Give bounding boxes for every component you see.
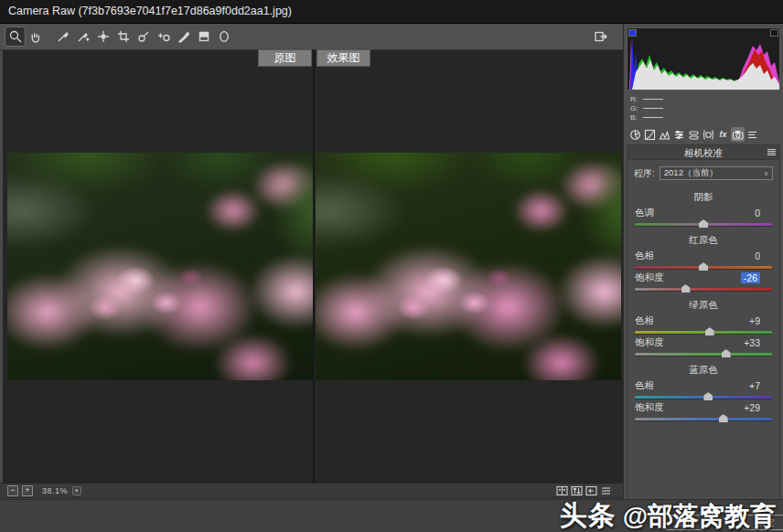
dialog-footer: 取消 确定 头条 @部落窝教育: [0, 499, 783, 532]
before-photo[interactable]: [7, 153, 313, 380]
adjustment-brush-tool-icon[interactable]: [174, 27, 193, 46]
shadow-clipping-indicator[interactable]: [628, 29, 637, 37]
slider-thumb[interactable]: [705, 327, 714, 335]
section-green-primary: 绿原色色相+9饱和度+33: [635, 299, 772, 356]
slider-thumb[interactable]: [681, 284, 691, 293]
watermark-handle: @部落窝教育: [623, 499, 776, 532]
b-value-dash: [643, 117, 663, 118]
photo-focus: [7, 153, 313, 380]
r-value-dash: [643, 99, 663, 100]
histogram-plot: [627, 28, 780, 90]
slider-green-hue: 色相+9: [635, 314, 772, 334]
tab-hsl-grayscale[interactable]: [672, 127, 686, 142]
slider-label: 饱和度: [635, 271, 664, 284]
photo-focus: [316, 153, 621, 380]
process-row: 程序: 2012（当前） ∨: [627, 160, 779, 183]
window-title: Camera Raw (7f3b7693e7041f7e17d86a9f0dd2…: [8, 5, 292, 17]
slider-thumb[interactable]: [699, 262, 708, 271]
fx-glyph: fx: [719, 130, 726, 139]
slider-blue-hue: 色相+7: [635, 379, 772, 399]
tab-presets[interactable]: [745, 127, 759, 142]
tab-detail[interactable]: [658, 127, 671, 142]
slider-track[interactable]: [635, 266, 772, 269]
watermark-brand: 头条: [560, 497, 617, 532]
r-label: R:: [630, 95, 643, 103]
process-label: 程序:: [634, 167, 655, 180]
chevron-down-icon: ▾: [72, 486, 81, 495]
panel-tabs: fx: [627, 127, 780, 142]
slider-value[interactable]: +29: [744, 402, 760, 413]
slider-track[interactable]: [635, 331, 772, 334]
zoom-level-select[interactable]: 38.1% ▾: [42, 486, 81, 495]
slider-thumb[interactable]: [719, 414, 728, 422]
tab-basic[interactable]: [628, 127, 642, 142]
slider-thumb[interactable]: [703, 392, 713, 400]
slider-value[interactable]: 0: [755, 250, 760, 261]
slider-label: 饱和度: [635, 336, 664, 349]
panel-menu-icon[interactable]: [767, 149, 776, 156]
zoom-bar: − + 38.1% ▾: [0, 483, 623, 498]
copy-settings-icon[interactable]: [585, 485, 597, 496]
tab-camera-calibration[interactable]: [731, 127, 745, 142]
panel-header: 相机校准: [627, 145, 779, 160]
slider-green-saturation: 饱和度+33: [635, 336, 772, 356]
preview-menu-icon[interactable]: [600, 485, 612, 496]
title-bar: Camera Raw (7f3b7693e7041f7e17d86a9f0dd2…: [0, 0, 783, 24]
tab-effects[interactable]: fx: [716, 127, 730, 142]
slider-label: 色调: [635, 207, 654, 219]
slider-track[interactable]: [635, 288, 772, 291]
tab-tone-curve[interactable]: [643, 127, 657, 142]
slider-value[interactable]: 0: [755, 207, 760, 218]
slider-shadow-tint: 色调0: [635, 207, 772, 226]
panel-title: 相机校准: [684, 147, 723, 158]
red-eye-tool-icon[interactable]: [154, 27, 173, 46]
tab-lens-corrections[interactable]: [702, 127, 715, 142]
slider-label: 饱和度: [635, 401, 664, 414]
highlight-clipping-indicator[interactable]: [770, 29, 778, 37]
slider-track[interactable]: [635, 418, 772, 420]
slider-track[interactable]: [635, 396, 772, 399]
swap-before-after-icon[interactable]: [571, 485, 583, 496]
zoom-tool-icon[interactable]: [5, 27, 25, 46]
after-label-badge: 效果图: [316, 49, 370, 67]
slider-value[interactable]: -26: [741, 272, 760, 283]
section-blue-primary: 蓝原色色相+7饱和度+29: [635, 364, 772, 420]
slider-label: 色相: [635, 250, 654, 262]
hand-tool-icon[interactable]: [26, 27, 45, 46]
radial-filter-tool-icon[interactable]: [214, 27, 233, 46]
fullscreen-toggle-icon[interactable]: [591, 27, 610, 46]
camera-calibration-panel: 相机校准 程序: 2012（当前） ∨ 阴影色调0红原色色相0饱和度-26绿原色…: [627, 144, 780, 505]
slider-value[interactable]: +33: [744, 337, 760, 348]
zoom-out-button[interactable]: −: [7, 485, 18, 496]
crop-tool-icon[interactable]: [113, 27, 133, 46]
slider-track[interactable]: [635, 223, 772, 226]
process-version-value: 2012（当前）: [664, 167, 718, 179]
tab-split-toning[interactable]: [687, 127, 701, 142]
slider-red-saturation: 饱和度-26: [635, 271, 772, 291]
photo-panes: [7, 153, 621, 380]
slider-thumb[interactable]: [722, 349, 731, 357]
b-label: B:: [630, 113, 643, 122]
spot-removal-tool-icon[interactable]: [134, 27, 153, 46]
section-shadows: 阴影色调0: [635, 191, 772, 226]
slider-value[interactable]: +7: [749, 380, 760, 391]
calibration-sections: 阴影色调0红原色色相0饱和度-26绿原色色相+9饱和度+33蓝原色色相+7饱和度…: [627, 191, 779, 420]
targeted-adjustment-tool-icon[interactable]: [93, 27, 113, 46]
process-version-select[interactable]: 2012（当前） ∨: [660, 166, 773, 180]
preview-canvas[interactable]: 原图 效果图: [0, 50, 623, 483]
toolbar: [0, 24, 623, 50]
white-balance-tool-icon[interactable]: [53, 27, 72, 46]
section-title: 阴影: [635, 191, 772, 204]
section-title: 红原色: [635, 234, 772, 247]
preview-mode-toggle-icon[interactable]: [556, 485, 568, 496]
preview-controls: [556, 485, 612, 496]
after-photo[interactable]: [316, 153, 621, 380]
zoom-in-button[interactable]: +: [22, 485, 33, 496]
g-label: G:: [630, 104, 643, 112]
color-sampler-tool-icon[interactable]: [73, 27, 92, 46]
slider-thumb[interactable]: [699, 219, 708, 228]
slider-track[interactable]: [635, 353, 772, 356]
graduated-filter-tool-icon[interactable]: [194, 27, 213, 46]
section-red-primary: 红原色色相0饱和度-26: [635, 234, 772, 291]
slider-value[interactable]: +9: [749, 315, 760, 326]
